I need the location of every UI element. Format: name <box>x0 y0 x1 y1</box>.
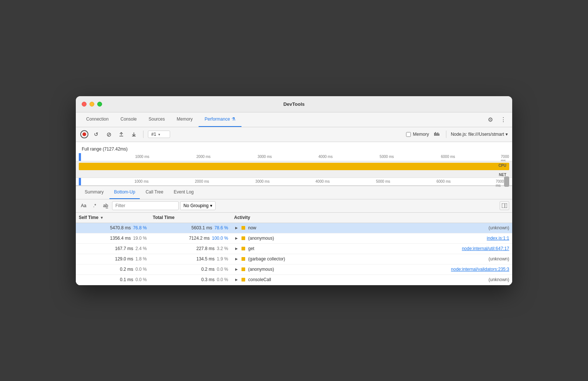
cpu-label: CPU <box>499 163 506 168</box>
self-pct-3: 1.8 % <box>135 256 147 262</box>
scrollbar-thumb[interactable] <box>504 176 509 187</box>
expand-button-1[interactable]: ▶ <box>234 236 239 240</box>
time-ruler-inner-top: 1000 ms 2000 ms 3000 ms 4000 ms 5000 ms … <box>81 153 509 161</box>
svg-rect-1 <box>435 132 436 136</box>
cell-total-5: 0.3 ms 0.0 % <box>150 277 231 282</box>
memory-label: Memory <box>413 132 429 137</box>
tab-call-tree[interactable]: Call Tree <box>141 186 168 199</box>
cpu-bar-section[interactable]: CPU <box>76 161 512 172</box>
performance-icon: ⚗ <box>232 117 236 122</box>
col-header-self-time[interactable]: Self Time ▼ <box>76 215 150 220</box>
cell-total-1: 7124.2 ms 100.0 % <box>150 236 231 241</box>
reload-button[interactable]: ↺ <box>91 129 101 139</box>
tab-performance[interactable]: Performance ⚗ <box>199 112 241 127</box>
recording-selector[interactable]: #1 ▾ <box>148 131 170 138</box>
scrollbar-area <box>504 175 509 188</box>
time-mark-b-6000: 6000 ms <box>436 179 450 183</box>
table-row: 0.2 ms 0.0 % 0.2 ms 0.0 % ▶ (anonymous) … <box>76 264 512 275</box>
tab-connection[interactable]: Connection <box>80 112 115 127</box>
cell-total-4: 0.2 ms 0.0 % <box>150 267 231 272</box>
total-time-5: 0.3 ms <box>201 277 214 282</box>
toolbar: ↺ ⊘ #1 ▾ Memory Node.js: file:///Users/s… <box>76 127 512 142</box>
time-mark-b-3000: 3000 ms <box>256 179 270 183</box>
total-time-2: 227.8 ms <box>196 246 214 251</box>
time-mark-b-7000: 7000 ms <box>496 179 504 188</box>
minimize-button[interactable] <box>89 102 94 107</box>
activity-source-4[interactable]: node:internal/validators:235:3 <box>451 267 509 272</box>
time-ruler-bottom: 1000 ms 2000 ms 3000 ms 4000 ms 5000 ms … <box>76 178 512 186</box>
activity-source-5: (unknown) <box>489 277 509 282</box>
bottom-tabs-bar: Summary Bottom-Up Call Tree Event Log <box>76 186 512 199</box>
time-mark-5000: 5000 ms <box>380 155 394 159</box>
time-mark-3000: 3000 ms <box>258 155 272 159</box>
grouping-arrow: ▾ <box>210 203 212 208</box>
activity-icon-3 <box>241 257 245 261</box>
expand-button-4[interactable]: ▶ <box>234 267 239 272</box>
time-ruler-top: 1000 ms 2000 ms 3000 ms 4000 ms 5000 ms … <box>76 153 512 161</box>
expand-button-0[interactable]: ▶ <box>234 226 239 230</box>
cell-activity-3: ▶ (garbage collector) (unknown) <box>231 256 512 262</box>
time-mark-b-2000: 2000 ms <box>195 179 209 183</box>
activity-icon-5 <box>241 278 245 281</box>
more-options-icon[interactable]: ⋮ <box>499 115 508 125</box>
download-button[interactable] <box>129 129 139 139</box>
activity-source-1[interactable]: index.js:1:1 <box>487 236 509 241</box>
titlebar: DevTools <box>76 96 512 112</box>
aa-button[interactable]: Aa <box>79 201 88 210</box>
filter-input[interactable] <box>112 201 179 210</box>
cell-activity-5: ▶ consoleCall (unknown) <box>231 277 512 282</box>
expand-button-2[interactable]: ▶ <box>234 246 239 251</box>
activity-source-2[interactable]: node:internal/util:647:17 <box>462 246 509 251</box>
window-title: DevTools <box>283 101 305 107</box>
tab-bottom-up[interactable]: Bottom-Up <box>109 186 139 199</box>
activity-name-4: (anonymous) <box>248 267 274 272</box>
grouping-select[interactable]: No Grouping ▾ <box>180 201 216 210</box>
self-time-2: 167.7 ms <box>115 246 133 251</box>
svg-rect-4 <box>439 134 439 136</box>
full-range-label: Full range (7127.42ms) <box>76 145 512 153</box>
total-time-0: 5603.1 ms <box>192 225 212 230</box>
maximize-button[interactable] <box>97 102 102 107</box>
settings-icon[interactable]: ⚙ <box>486 115 494 125</box>
tab-console[interactable]: Console <box>115 112 143 127</box>
separator-2 <box>446 131 446 138</box>
close-button[interactable] <box>82 102 87 107</box>
time-mark-4000: 4000 ms <box>318 155 332 159</box>
tab-summary[interactable]: Summary <box>80 186 108 199</box>
total-pct-4: 0.0 % <box>217 267 228 272</box>
self-time-3: 129.0 ms <box>115 256 133 262</box>
upload-button[interactable] <box>116 129 126 139</box>
activity-name-3: (garbage collector) <box>248 256 285 262</box>
activity-icon-4 <box>241 267 245 271</box>
clear-button[interactable]: ⊘ <box>104 129 114 139</box>
record-button[interactable] <box>80 130 88 138</box>
node-selector[interactable]: Node.js: file:///Users/stmart ▾ <box>451 132 508 137</box>
tab-event-log[interactable]: Event Log <box>169 186 198 199</box>
tabs-actions: ⚙ ⋮ <box>486 115 508 125</box>
self-pct-4: 0.0 % <box>135 267 147 272</box>
svg-rect-3 <box>437 132 438 136</box>
tab-memory[interactable]: Memory <box>171 112 199 127</box>
expand-button-3[interactable]: ▶ <box>234 257 239 261</box>
case-button[interactable]: ab̲ <box>101 201 111 210</box>
panel-toggle-button[interactable] <box>500 201 509 210</box>
col-header-total-time[interactable]: Total Time <box>150 215 231 220</box>
time-mark-2000: 2000 ms <box>196 155 210 159</box>
activity-icon-0 <box>241 226 245 230</box>
total-pct-3: 1.9 % <box>217 256 228 262</box>
cpu-bar <box>79 163 509 170</box>
regex-button[interactable]: .* <box>90 201 99 210</box>
top-tabs-bar: Connection Console Sources Memory Perfor… <box>76 112 512 127</box>
table-row: 0.1 ms 0.0 % 0.3 ms 0.0 % ▶ consoleCall … <box>76 275 512 285</box>
table-row: 5470.8 ms 76.8 % 5603.1 ms 78.6 % ▶ now … <box>76 223 512 233</box>
tab-sources[interactable]: Sources <box>143 112 171 127</box>
memory-checkbox[interactable] <box>406 132 411 137</box>
table-header: Self Time ▼ Total Time Activity <box>76 213 512 223</box>
devtools-window: DevTools Connection Console Sources Memo… <box>76 96 512 285</box>
total-time-4: 0.2 ms <box>201 267 214 272</box>
total-pct-5: 0.0 % <box>217 277 228 282</box>
flamechart-button[interactable] <box>432 129 442 139</box>
self-pct-2: 2.4 % <box>135 246 147 251</box>
expand-button-5[interactable]: ▶ <box>234 277 239 282</box>
cell-activity-1: ▶ (anonymous) index.js:1:1 <box>231 236 512 241</box>
